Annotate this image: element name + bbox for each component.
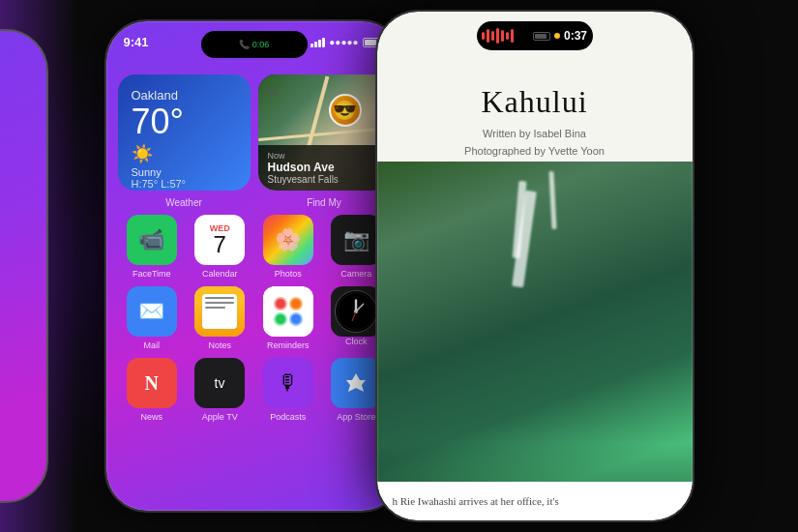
weather-temp: 70° (132, 103, 237, 141)
waterfall-2 (548, 171, 556, 229)
findmy-city: Stuyvesant Falls (268, 174, 381, 185)
appstore-label: App Store (337, 412, 375, 422)
camera-icon: 📷 (331, 215, 381, 265)
byline-line1: Written by Isabel Bina (397, 126, 673, 143)
image-gradient-overlay (377, 443, 693, 482)
weather-city: Oakland (132, 88, 237, 103)
clock-hands-svg (336, 291, 376, 332)
app-item-podcasts[interactable]: 🎙 Podcasts (260, 358, 316, 422)
app-item-reminders[interactable]: Reminders (260, 286, 316, 350)
clock-face-inner (335, 290, 377, 333)
widgets-row: Oakland 70° ☀️ Sunny H:75° L:57° Weather (118, 74, 391, 191)
calendar-icon: WED 7 (194, 215, 245, 265)
facetime-label: FaceTime (133, 269, 171, 279)
weather-sun-icon: ☀️ (132, 143, 237, 164)
findmy-info: Now Hudson Ave Stuyvesant Falls (258, 145, 391, 191)
news-icon: N (127, 358, 177, 408)
recording-indicator (472, 28, 523, 44)
battery-dot-right (554, 33, 560, 39)
podcasts-label: Podcasts (270, 412, 306, 422)
app-item-notes[interactable]: Notes (192, 286, 248, 350)
appstore-logo-svg (342, 369, 369, 397)
mail-label: Mail (143, 340, 160, 350)
byline-line2: Photographed by Yvette Yoon (397, 143, 673, 161)
findmy-street: Hudson Ave (268, 161, 381, 174)
appletv-label: Apple TV (202, 412, 238, 422)
recording-timer: 0:37 (564, 29, 587, 43)
calendar-date: 7 (214, 233, 226, 256)
app-row-3: N News tv Apple TV � (118, 358, 391, 422)
status-time-left: 9:41 (124, 35, 149, 49)
app-item-facetime[interactable]: 📹 FaceTime (124, 215, 180, 279)
dynamic-island-right: 0:37 (477, 21, 593, 50)
app-item-news[interactable]: N News (124, 358, 180, 422)
weather-widget-container: Oakland 70° ☀️ Sunny H:75° L:57° Weather (118, 74, 251, 191)
svg-line-4 (352, 311, 356, 321)
screen-left: 📞 0:06 9:41 ●●●●● (106, 21, 402, 511)
weather-widget[interactable]: Oakland 70° ☀️ Sunny H:75° L:57° (118, 74, 251, 191)
weather-label: Weather (118, 197, 251, 208)
clock-label: Clock (345, 337, 368, 346)
app-item-photos[interactable]: 🌸 Photos (260, 215, 316, 279)
podcasts-icon: 🎙 (263, 358, 313, 408)
app-row-2: ✉️ Mail Notes (118, 286, 391, 350)
findmy-widget[interactable]: 26A 😎 Now Hudson Ave Stuyvesant Falls (258, 74, 391, 191)
findmy-now: Now (268, 151, 381, 161)
findmy-widget-container: 26A 😎 Now Hudson Ave Stuyvesant Falls Fi… (258, 74, 391, 191)
status-icons-right: ●●●●● (310, 37, 384, 47)
app-item-mail[interactable]: ✉️ Mail (124, 286, 180, 350)
camera-label: Camera (340, 269, 371, 279)
app-item-calendar[interactable]: WED 7 Calendar (192, 215, 248, 279)
phone-left: 📞 0:06 9:41 ●●●●● (104, 19, 404, 513)
app-item-appletv[interactable]: tv Apple TV (192, 358, 248, 422)
photos-icon: 🌸 (263, 215, 313, 265)
appstore-icon (331, 358, 381, 408)
dynamic-island-left: 📞 0:06 (201, 31, 308, 58)
phones-wrapper: 📞 0:06 9:41 ●●●●● (0, 0, 798, 532)
appletv-icon: tv (194, 358, 245, 408)
mail-icon: ✉️ (127, 286, 177, 337)
phone-right: 0:37 Kahului Written by Isabel Bina Phot… (375, 10, 695, 522)
weather-condition: Sunny (132, 166, 237, 178)
article-byline: Written by Isabel Bina Photographed by Y… (397, 126, 673, 160)
call-timer: 0:06 (252, 40, 270, 49)
wifi-icon: ●●●●● (329, 37, 358, 47)
screen-right: 0:37 Kahului Written by Isabel Bina Phot… (377, 12, 693, 520)
photos-label: Photos (275, 269, 302, 279)
signal-icon (310, 38, 325, 47)
article-image (377, 162, 693, 482)
facetime-icon: 📹 (127, 215, 177, 265)
app-row-1: 📹 FaceTime WED 7 Calendar 🌸 (118, 215, 391, 279)
article-footer-text: h Rie Iwahashi arrives at her office, it… (393, 495, 559, 507)
weather-range: H:75° L:57° (132, 178, 237, 190)
apple-tv-logo: tv (206, 373, 233, 393)
reminders-label: Reminders (267, 340, 310, 350)
findmy-label: Find My (258, 197, 391, 208)
battery-right (533, 32, 550, 41)
article-footer: h Rie Iwahashi arrives at her office, it… (377, 482, 693, 520)
calendar-label: Calendar (202, 269, 238, 279)
avatar-pin: 😎 (329, 94, 362, 127)
app-grid: 📹 FaceTime WED 7 Calendar 🌸 (118, 215, 391, 429)
article-title: Kahului (397, 84, 673, 120)
news-label: News (140, 412, 163, 422)
clock-icon (331, 286, 381, 337)
notes-label: Notes (208, 340, 231, 350)
notes-icon (194, 286, 245, 337)
article-header: Kahului Written by Isabel Bina Photograp… (377, 65, 693, 169)
svg-text:tv: tv (215, 375, 225, 391)
reminders-icon (263, 286, 313, 337)
avatar-emoji: 😎 (333, 99, 357, 122)
